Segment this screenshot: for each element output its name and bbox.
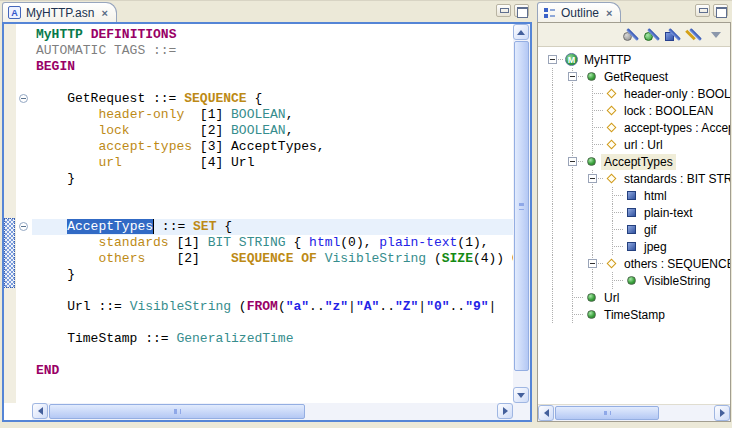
editor-vertical-scrollbar[interactable] xyxy=(513,24,530,403)
tree-guide xyxy=(543,153,563,170)
filter-green-circle-button[interactable] xyxy=(642,27,659,43)
maximize-button[interactable] xyxy=(514,4,529,17)
scroll-down-button[interactable] xyxy=(513,387,529,403)
scroll-right-button[interactable] xyxy=(497,403,513,419)
tree-guide xyxy=(543,170,563,187)
tree-guide xyxy=(563,238,583,255)
tree-item-label: others : SEQUENCE xyxy=(621,256,730,272)
tree-guide xyxy=(563,102,583,119)
code-line: AUTOMATIC TAGS ::= xyxy=(32,43,513,59)
tree-collapse-icon[interactable] xyxy=(588,174,597,183)
tree-collapse-icon[interactable] xyxy=(588,259,597,268)
outline-tree-row[interactable]: TimeStamp xyxy=(538,306,730,323)
outline-tree-row[interactable]: html xyxy=(538,187,730,204)
outline-tab[interactable]: Outline × xyxy=(537,2,621,22)
tree-item-label: TimeStamp xyxy=(601,307,668,323)
code-line xyxy=(32,315,513,331)
code-line: } xyxy=(32,171,513,187)
arrow-down-icon xyxy=(517,393,525,398)
outline-content: MMyHTTPGetRequestheader-only : BOOLEANlo… xyxy=(537,22,731,422)
outline-tree-row[interactable]: jpeg xyxy=(538,238,730,255)
outline-tree-row[interactable]: MMyHTTP xyxy=(538,51,730,68)
scroll-up-button[interactable] xyxy=(513,24,529,40)
outline-tree-row[interactable]: GetRequest xyxy=(538,68,730,85)
module-icon: M xyxy=(565,53,578,66)
code-line: } xyxy=(32,267,513,283)
field-icon xyxy=(607,259,617,269)
tree-item-label: lock : BOOLEAN xyxy=(621,103,716,119)
outline-tree-row[interactable]: url : Url xyxy=(538,136,730,153)
horizontal-scroll-thumb[interactable] xyxy=(49,404,305,419)
outline-tree-row[interactable]: accept-types : AcceptTypes xyxy=(538,119,730,136)
tree-collapse-icon[interactable] xyxy=(568,157,577,166)
arrow-right-icon xyxy=(720,409,725,417)
scroll-left-button[interactable] xyxy=(32,403,48,419)
outline-tree-row[interactable]: plain-text xyxy=(538,204,730,221)
outline-tree-row[interactable]: AcceptTypes xyxy=(538,153,730,170)
filter-gold-slash-button[interactable] xyxy=(684,27,701,43)
code-line: header-only [1] BOOLEAN, xyxy=(32,107,513,123)
outline-tree: MMyHTTPGetRequestheader-only : BOOLEANlo… xyxy=(538,47,730,404)
scroll-left-button[interactable] xyxy=(538,405,554,421)
minimize-button[interactable] xyxy=(496,4,511,17)
field-icon xyxy=(607,123,617,133)
bit-icon xyxy=(627,208,636,217)
outline-tree-row[interactable]: standards : BIT STRING xyxy=(538,170,730,187)
vertical-scroll-track[interactable] xyxy=(513,40,530,387)
tree-guide xyxy=(543,272,563,289)
fold-collapse-icon[interactable] xyxy=(19,94,28,103)
code-line: accept-types [3] AcceptTypes, xyxy=(32,139,513,155)
code-lines: MyHTTP DEFINITIONSAUTOMATIC TAGS ::=BEGI… xyxy=(32,27,513,379)
code-line: MyHTTP DEFINITIONS xyxy=(32,27,513,43)
vertical-scroll-thumb[interactable] xyxy=(514,41,529,371)
outline-tree-row[interactable]: others : SEQUENCE xyxy=(538,255,730,272)
eclipse-workbench: A MyHTTP.asn × MyHTTP DEFINITIONSAUTOMAT… xyxy=(0,0,732,428)
outline-toolbar xyxy=(538,23,730,47)
outline-tree-row[interactable]: lock : BOOLEAN xyxy=(538,102,730,119)
tree-item-label: Url xyxy=(601,290,622,306)
type-icon xyxy=(587,157,596,166)
editor-tab-myhttp[interactable]: A MyHTTP.asn × xyxy=(2,2,117,22)
tree-guide xyxy=(583,187,603,204)
horizontal-scroll-track[interactable] xyxy=(554,405,714,421)
horizontal-scroll-thumb[interactable] xyxy=(555,406,659,420)
view-menu-icon[interactable] xyxy=(711,32,721,38)
maximize-button[interactable] xyxy=(713,4,728,17)
tree-guide xyxy=(603,272,623,289)
tree-collapse-icon[interactable] xyxy=(548,55,557,64)
editor-content: MyHTTP DEFINITIONSAUTOMATIC TAGS ::=BEGI… xyxy=(2,22,532,422)
outline-tree-row[interactable]: header-only : BOOLEAN xyxy=(538,85,730,102)
filter-gray-circle-button[interactable] xyxy=(621,27,638,43)
tree-guide xyxy=(543,119,563,136)
horizontal-scroll-track[interactable] xyxy=(48,403,497,420)
close-icon[interactable]: × xyxy=(101,7,107,19)
tree-collapse-icon[interactable] xyxy=(568,72,577,81)
tree-item-label: gif xyxy=(641,222,660,238)
fold-collapse-icon[interactable] xyxy=(19,222,28,231)
tree-item-label: VisibleString xyxy=(641,273,713,289)
tree-item-label: standards : BIT STRING xyxy=(621,171,730,187)
tree-item-label: GetRequest xyxy=(601,69,671,85)
outline-tree-row[interactable]: VisibleString xyxy=(538,272,730,289)
asn-file-icon: A xyxy=(8,6,21,19)
outline-horizontal-scrollbar[interactable] xyxy=(538,404,730,421)
filter-blue-square-button[interactable] xyxy=(663,27,680,43)
tree-guide xyxy=(543,68,563,85)
minimize-button[interactable] xyxy=(695,4,710,17)
outline-tree-row[interactable]: gif xyxy=(538,221,730,238)
scroll-right-button[interactable] xyxy=(714,405,730,421)
tree-guide xyxy=(563,255,583,272)
outline-tree-row[interactable]: Url xyxy=(538,289,730,306)
tree-guide xyxy=(543,255,563,272)
folding-margin xyxy=(16,24,32,403)
editor-tab-label: MyHTTP.asn xyxy=(26,6,94,20)
type-icon xyxy=(627,276,636,285)
code-text-area[interactable]: MyHTTP DEFINITIONSAUTOMATIC TAGS ::=BEGI… xyxy=(32,24,513,403)
code-line: lock [2] BOOLEAN, xyxy=(32,123,513,139)
close-icon[interactable]: × xyxy=(606,7,612,19)
tree-item-label: plain-text xyxy=(641,205,696,221)
type-icon xyxy=(587,293,596,302)
code-line: AcceptTypes ::= SET { xyxy=(32,219,513,235)
tree-item-label: MyHTTP xyxy=(581,52,634,68)
code-line: standards [1] BIT STRING { html(0), plai… xyxy=(32,235,513,251)
